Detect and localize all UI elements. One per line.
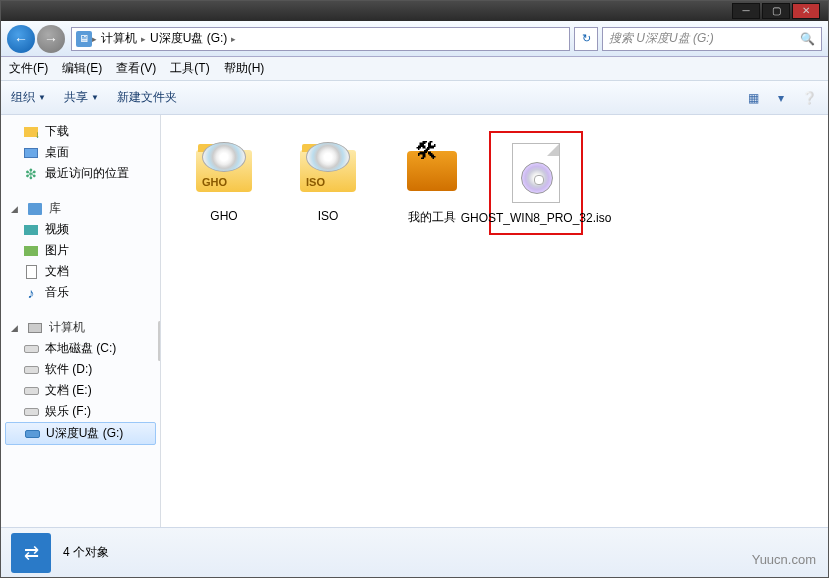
caret-icon: ◢ [11, 323, 21, 333]
sidebar-item-drive-e[interactable]: 文档 (E:) [1, 380, 160, 401]
chevron-down-icon: ▼ [38, 93, 46, 102]
tree-group-libraries: ◢库 视频 图片 文档 ♪音乐 [1, 198, 160, 303]
sidebar-item-downloads[interactable]: 下载 [1, 121, 160, 142]
explorer-window: ─ ▢ ✕ ← → 🖥 ▸ 计算机 ▸ U深度U盘 (G:) ▸ ↻ 搜索 U深… [0, 0, 829, 578]
menu-file[interactable]: 文件(F) [9, 60, 48, 77]
statusbar: ⇄ 4 个对象 [1, 527, 828, 577]
navigation-bar: ← → 🖥 ▸ 计算机 ▸ U深度U盘 (G:) ▸ ↻ 搜索 U深度U盘 (G… [1, 21, 828, 57]
menu-help[interactable]: 帮助(H) [224, 60, 265, 77]
file-label: 我的工具 [408, 209, 456, 226]
document-icon [26, 265, 37, 279]
maximize-button[interactable]: ▢ [762, 3, 790, 19]
sidebar-header-computer[interactable]: ◢计算机 [1, 317, 160, 338]
menu-view[interactable]: 查看(V) [116, 60, 156, 77]
video-icon [24, 225, 38, 235]
computer-icon [28, 323, 42, 333]
preview-pane-icon[interactable]: ▾ [772, 89, 790, 107]
titlebar: ─ ▢ ✕ [1, 1, 828, 21]
sidebar-item-drive-c[interactable]: 本地磁盘 (C:) [1, 338, 160, 359]
sidebar-item-recent[interactable]: ❇最近访问的位置 [1, 163, 160, 184]
menu-edit[interactable]: 编辑(E) [62, 60, 102, 77]
chevron-down-icon: ▼ [91, 93, 99, 102]
chevron-right-icon: ▸ [231, 34, 236, 44]
sidebar-item-music[interactable]: ♪音乐 [1, 282, 160, 303]
minimize-button[interactable]: ─ [732, 3, 760, 19]
desktop-icon [24, 148, 38, 158]
drive-icon [24, 387, 39, 395]
watermark: Yuucn.com [752, 552, 816, 567]
file-label: GHOST_WIN8_PRO_32.iso [461, 211, 612, 225]
sidebar-item-desktop[interactable]: 桌面 [1, 142, 160, 163]
file-label: ISO [318, 209, 339, 223]
body: 下载 桌面 ❇最近访问的位置 ◢库 视频 图片 文档 ♪音乐 ◢计算机 本地磁盘… [1, 115, 828, 527]
file-list[interactable]: GHO GHO ISO ISO 我的工具 GHOST_WIN8_PRO_32.i… [161, 115, 828, 527]
search-placeholder: 搜索 U深度U盘 (G:) [609, 30, 714, 47]
picture-icon [24, 246, 38, 256]
usb-status-icon: ⇄ [11, 533, 51, 573]
status-text: 4 个对象 [63, 544, 109, 561]
menu-tools[interactable]: 工具(T) [170, 60, 209, 77]
view-options-icon[interactable]: ▦ [744, 89, 762, 107]
sidebar-item-drive-g[interactable]: U深度U盘 (G:) [5, 422, 156, 445]
back-button[interactable]: ← [7, 25, 35, 53]
sidebar-item-drive-d[interactable]: 软件 (D:) [1, 359, 160, 380]
tree-group-favorites: 下载 桌面 ❇最近访问的位置 [1, 121, 160, 184]
search-input[interactable]: 搜索 U深度U盘 (G:) 🔍 [602, 27, 822, 51]
menubar: 文件(F) 编辑(E) 查看(V) 工具(T) 帮助(H) [1, 57, 828, 81]
close-button[interactable]: ✕ [792, 3, 820, 19]
file-label: GHO [210, 209, 237, 223]
music-icon: ♪ [23, 285, 39, 301]
recent-icon: ❇ [23, 166, 39, 182]
address-bar[interactable]: 🖥 ▸ 计算机 ▸ U深度U盘 (G:) ▸ [71, 27, 570, 51]
toolbox-icon [407, 151, 457, 191]
sidebar-item-videos[interactable]: 视频 [1, 219, 160, 240]
downloads-icon [24, 127, 38, 137]
search-icon[interactable]: 🔍 [800, 32, 815, 46]
folder-icon: GHO [196, 150, 252, 192]
computer-icon: 🖥 [76, 31, 92, 47]
tree-group-computer: ◢计算机 本地磁盘 (C:) 软件 (D:) 文档 (E:) 娱乐 (F:) U… [1, 317, 160, 445]
forward-button[interactable]: → [37, 25, 65, 53]
drive-icon [24, 345, 39, 353]
refresh-button[interactable]: ↻ [574, 27, 598, 51]
folder-gho[interactable]: GHO GHO [177, 131, 271, 235]
sidebar: 下载 桌面 ❇最近访问的位置 ◢库 视频 图片 文档 ♪音乐 ◢计算机 本地磁盘… [1, 115, 161, 527]
folder-iso[interactable]: ISO ISO [281, 131, 375, 235]
folder-icon: ISO [300, 150, 356, 192]
usb-drive-icon [25, 430, 40, 438]
file-ghost-iso[interactable]: GHOST_WIN8_PRO_32.iso [489, 131, 583, 235]
iso-file-icon [512, 143, 560, 203]
drive-icon [24, 366, 39, 374]
breadcrumb-item[interactable]: U深度U盘 (G:) [146, 30, 231, 47]
sidebar-header-libraries[interactable]: ◢库 [1, 198, 160, 219]
breadcrumb-item[interactable]: 计算机 [97, 30, 141, 47]
sidebar-item-drive-f[interactable]: 娱乐 (F:) [1, 401, 160, 422]
sidebar-item-documents[interactable]: 文档 [1, 261, 160, 282]
share-button[interactable]: 共享 ▼ [64, 89, 99, 106]
library-icon [28, 203, 42, 215]
organize-button[interactable]: 组织 ▼ [11, 89, 46, 106]
toolbar: 组织 ▼ 共享 ▼ 新建文件夹 ▦ ▾ ❔ [1, 81, 828, 115]
drive-icon [24, 408, 39, 416]
new-folder-button[interactable]: 新建文件夹 [117, 89, 177, 106]
help-icon[interactable]: ❔ [800, 89, 818, 107]
sidebar-item-pictures[interactable]: 图片 [1, 240, 160, 261]
caret-icon: ◢ [11, 204, 21, 214]
